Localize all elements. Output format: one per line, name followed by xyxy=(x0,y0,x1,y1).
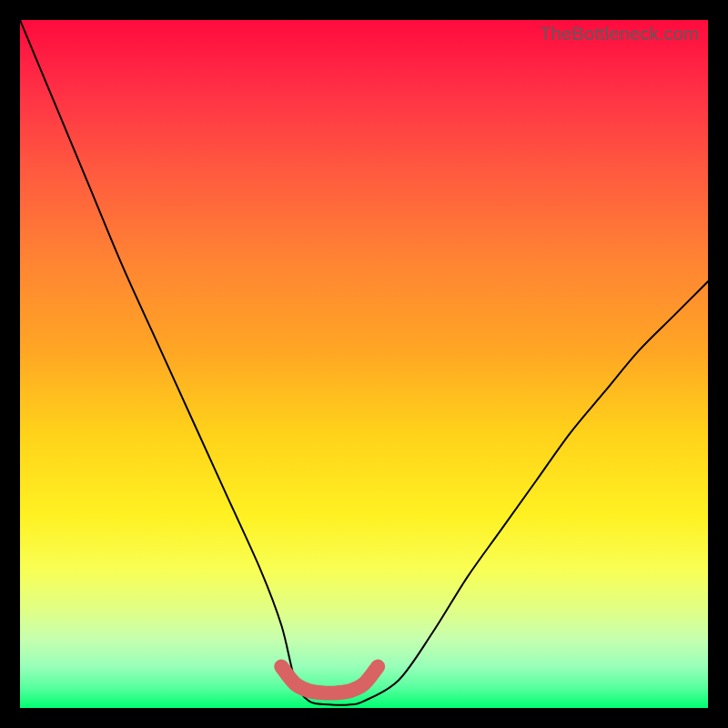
plot-area: TheBottleneck.com xyxy=(20,20,708,708)
chart-frame: TheBottleneck.com xyxy=(0,0,728,728)
bottleneck-curve xyxy=(20,20,708,705)
curve-overlay xyxy=(20,20,708,708)
optimal-band-marker xyxy=(281,667,378,693)
